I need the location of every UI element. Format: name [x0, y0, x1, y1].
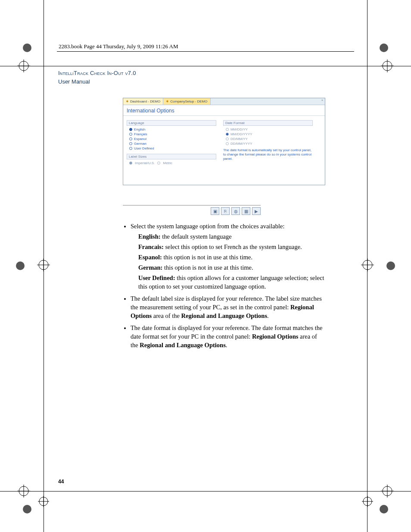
bullet-dateformat: The date format is displayed for your re…: [131, 324, 325, 349]
labelsizes-group-label: Label Sizes: [127, 154, 216, 159]
content-area: IntelliTrack Check In-Out v7.0 User Manu…: [58, 69, 325, 353]
radio-unselected-icon: [226, 137, 229, 140]
bullet-language: Select the system language option from t…: [131, 222, 325, 291]
panel-body: Language English Français Espanol German…: [123, 118, 325, 185]
tab-close-icon: ✶: [166, 100, 169, 103]
radio-label: MM/DD/YY: [230, 128, 248, 131]
document-title-block: IntelliTrack Check In-Out v7.0 User Manu…: [58, 69, 325, 86]
radio-label: Français: [134, 132, 147, 136]
embedded-screenshot: ✶Dashboard - DEMO ✶CompanySetup - DEMO ×…: [123, 98, 325, 185]
crop-rule-top: [0, 66, 411, 66]
instruction-list: Select the system language option from t…: [123, 222, 325, 349]
radio-label: Espanol: [134, 137, 146, 141]
window-close-icon[interactable]: ×: [320, 98, 325, 105]
svg-point-9: [363, 260, 372, 270]
language-group-label: Language: [127, 120, 216, 126]
dateformat-note: The date format is automatically set by …: [223, 148, 313, 161]
radio-selected-icon: [129, 162, 132, 165]
panel-divider: [123, 115, 325, 116]
radio-mmddyyyy[interactable]: MM/DD/YYYY: [226, 132, 313, 136]
fiducial-dot-icon: [379, 504, 389, 514]
crop-rule-bottom: [0, 491, 411, 492]
registration-mark-icon: [361, 258, 374, 271]
radio-ddmmyyyy[interactable]: DD/MM/YYYY: [226, 142, 313, 146]
labelsizes-radios: Imperial/U.S. Metric: [127, 161, 216, 165]
radio-german[interactable]: German: [129, 142, 216, 146]
radio-unselected-icon: [226, 142, 229, 145]
radio-espanol[interactable]: Espanol: [129, 137, 216, 141]
radio-unselected-icon: [129, 142, 132, 145]
radio-userdefined[interactable]: User Defined: [129, 146, 216, 150]
page-number: 44: [58, 479, 64, 485]
fiducial-dot-icon: [22, 504, 32, 514]
tab-companysetup[interactable]: ✶CompanySetup - DEMO: [163, 98, 210, 105]
grid-icon[interactable]: ▦: [242, 207, 250, 215]
radio-label: MM/DD/YYYY: [230, 132, 252, 136]
document-subtitle: User Manual: [58, 78, 325, 86]
svg-point-18: [23, 44, 31, 52]
radio-selected-icon: [226, 133, 229, 136]
svg-point-20: [16, 261, 25, 270]
tab-label: CompanySetup - DEMO: [170, 100, 207, 103]
radio-label: German: [134, 142, 146, 146]
play-icon[interactable]: ▶: [252, 207, 261, 215]
radio-unselected-icon: [129, 137, 132, 140]
left-column: Language English Français Espanol German…: [127, 120, 216, 180]
svg-point-19: [380, 44, 388, 52]
radio-mmddyy[interactable]: MM/DD/YY: [226, 128, 313, 131]
screenshot-tabbar: ✶Dashboard - DEMO ✶CompanySetup - DEMO ×: [123, 98, 325, 105]
crop-rule-left: [44, 0, 44, 532]
dateformat-radios: MM/DD/YY MM/DD/YYYY DD/MM/YY DD/MM/YYYY: [223, 128, 313, 146]
registration-mark-icon: [362, 496, 373, 507]
dateformat-group-label: Date Format: [223, 120, 313, 126]
radio-label: English: [134, 128, 145, 131]
radio-ddmmyy[interactable]: DD/MM/YY: [226, 137, 313, 141]
radio-unselected-icon: [226, 128, 229, 131]
right-column: Date Format MM/DD/YY MM/DD/YYYY DD/MM/YY…: [223, 120, 313, 180]
radio-selected-icon: [129, 128, 132, 131]
radio-english[interactable]: English: [129, 128, 216, 131]
svg-point-23: [380, 505, 388, 513]
clone-icon[interactable]: ⎘: [221, 207, 230, 215]
page: 2283.book Page 44 Thursday, July 9, 2009…: [0, 0, 411, 532]
svg-point-27: [363, 497, 372, 506]
tab-dashboard[interactable]: ✶Dashboard - DEMO: [123, 98, 163, 105]
print-header-text: 2283.book Page 44 Thursday, July 9, 2009…: [59, 43, 178, 50]
language-radios: English Français Espanol German User Def…: [127, 128, 216, 150]
fiducial-dot-icon: [379, 43, 389, 53]
crop-rule-right: [367, 0, 367, 532]
fiducial-dot-icon: [16, 261, 25, 271]
globe-icon[interactable]: ◍: [231, 207, 240, 215]
bullet-labelsize: The default label size is displayed for …: [131, 294, 325, 320]
radio-metric[interactable]: Metric: [163, 161, 172, 165]
fiducial-dot-icon: [386, 261, 395, 271]
radio-unselected-icon: [129, 147, 132, 150]
fiducial-dot-icon: [22, 43, 32, 53]
radio-label: User Defined: [134, 146, 154, 150]
radio-francais[interactable]: Français: [129, 132, 216, 136]
tab-label: Dashboard - DEMO: [130, 100, 160, 103]
panel-title: International Options: [123, 105, 325, 115]
radio-label: DD/MM/YYYY: [230, 142, 252, 146]
svg-point-22: [23, 505, 31, 513]
toolbar-iconstrip: ▣ ⎘ ◍ ▦ ▶: [123, 205, 261, 215]
radio-label: DD/MM/YY: [230, 137, 248, 141]
tab-close-icon: ✶: [126, 100, 129, 103]
save-icon[interactable]: ▣: [211, 207, 219, 215]
radio-unselected-icon: [157, 162, 160, 165]
radio-unselected-icon: [129, 133, 132, 136]
product-title: IntelliTrack Check In-Out v7.0: [58, 69, 325, 78]
radio-imperial[interactable]: Imperial/U.S.: [135, 161, 155, 165]
svg-point-21: [386, 261, 395, 270]
print-header-rule: [57, 51, 354, 52]
